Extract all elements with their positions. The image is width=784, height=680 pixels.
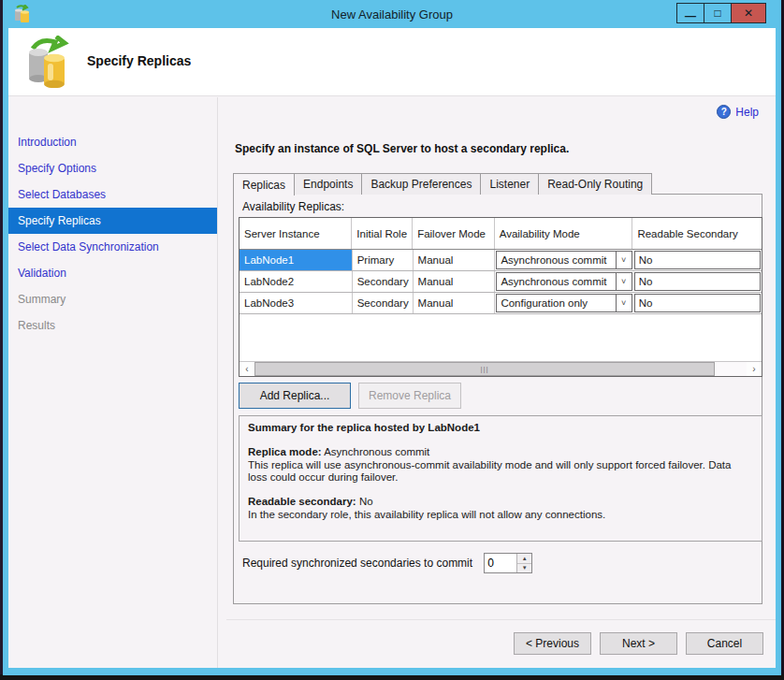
replica-mode-label: Replica mode:	[248, 446, 322, 457]
grid-row-labnode2[interactable]: LabNode2 Secondary Manual Asynchronous c…	[240, 271, 762, 293]
cell-initial-role: Secondary	[353, 271, 414, 292]
grid-header-row: Server Instance Initial Role Failover Mo…	[240, 218, 762, 250]
col-readable-secondary[interactable]: Readable Secondary	[632, 218, 762, 249]
grid-row-labnode1[interactable]: LabNode1 Primary Manual Asynchronous com…	[240, 250, 762, 271]
scroll-right-button[interactable]: ›	[747, 362, 762, 376]
minimize-icon: —	[685, 9, 696, 22]
cell-server[interactable]: LabNode2	[240, 271, 353, 292]
availability-replicas-grid: Server Instance Initial Role Failover Mo…	[239, 217, 762, 377]
next-button[interactable]: Next >	[600, 632, 677, 655]
maximize-button[interactable]: □	[704, 3, 731, 23]
required-secondaries-input[interactable]	[485, 554, 516, 572]
step-specify-options[interactable]: Specify Options	[8, 155, 217, 181]
window-title: New Availability Group	[3, 7, 781, 22]
help-link[interactable]: ? Help	[717, 105, 759, 119]
availability-mode-dropdown[interactable]: Configuration only ˅	[496, 294, 632, 312]
close-button[interactable]: ✕	[731, 3, 766, 23]
remove-replica-button: Remove Replica	[358, 383, 461, 409]
help-label: Help	[735, 106, 759, 119]
cell-failover-mode: Manual	[414, 293, 496, 313]
replica-summary-box: Summary for the replica hosted by LabNod…	[239, 415, 762, 542]
chevron-down-icon[interactable]: ˅	[616, 252, 632, 268]
grid-empty-area	[240, 314, 762, 362]
page-title: Specify Replicas	[87, 53, 191, 68]
required-secondaries-spinner[interactable]: ▲ ▼	[484, 553, 532, 573]
cell-failover-mode: Manual	[414, 250, 496, 270]
tab-read-only-routing[interactable]: Read-Only Routing	[538, 173, 652, 195]
step-introduction[interactable]: Introduction	[8, 129, 217, 155]
window-content: Specify Replicas Introduction Specify Op…	[8, 28, 776, 668]
cell-server[interactable]: LabNode1	[240, 250, 353, 270]
readable-secondary-dropdown[interactable]: No	[634, 294, 761, 312]
tab-endpoints[interactable]: Endpoints	[294, 173, 362, 195]
readable-secondary-dropdown[interactable]: No	[634, 272, 761, 291]
scroll-left-button[interactable]: ‹	[240, 362, 254, 376]
tab-replicas[interactable]: Replicas	[233, 173, 295, 195]
tab-listener[interactable]: Listener	[480, 173, 539, 195]
wizard-footer: < Previous Next > Cancel	[226, 619, 776, 668]
main-pane: ? Help Specify an instance of SQL Server…	[219, 97, 776, 668]
readable-secondary-dropdown[interactable]: No	[634, 251, 761, 269]
replicas-tab-page: Availability Replicas: Server Instance I…	[233, 194, 762, 604]
step-results: Results	[8, 312, 217, 339]
spin-up-icon[interactable]: ▲	[517, 554, 531, 564]
col-availability-mode[interactable]: Availability Mode	[495, 218, 633, 249]
readable-secondary-label: Readable secondary:	[248, 496, 356, 507]
step-select-databases[interactable]: Select Databases	[8, 181, 217, 208]
col-failover-mode[interactable]: Failover Mode	[413, 218, 495, 249]
cell-initial-role: Primary	[353, 250, 414, 270]
add-replica-button[interactable]: Add Replica...	[239, 383, 351, 409]
replica-mode-value: Asynchronous commit	[324, 446, 429, 457]
availability-replicas-label: Availability Replicas:	[242, 200, 344, 213]
tab-strip: Replicas Endpoints Backup Preferences Li…	[233, 173, 651, 195]
minimize-button[interactable]: —	[676, 3, 704, 23]
titlebar[interactable]: New Availability Group — □ ✕	[3, 0, 781, 28]
availability-mode-dropdown[interactable]: Asynchronous commit ˅	[496, 251, 632, 269]
close-icon: ✕	[744, 7, 753, 20]
cancel-button[interactable]: Cancel	[686, 632, 763, 655]
readable-secondary-value: No	[359, 496, 373, 507]
replica-databases-icon	[25, 36, 74, 88]
wizard-header: Specify Replicas	[8, 28, 776, 96]
cell-server[interactable]: LabNode3	[240, 293, 353, 313]
previous-button[interactable]: < Previous	[514, 632, 591, 655]
tab-backup-preferences[interactable]: Backup Preferences	[361, 173, 481, 195]
step-specify-replicas[interactable]: Specify Replicas	[8, 208, 217, 234]
cell-initial-role: Secondary	[353, 293, 414, 313]
spin-down-icon[interactable]: ▼	[517, 564, 531, 573]
col-initial-role[interactable]: Initial Role	[352, 218, 413, 249]
app-icon	[14, 5, 31, 23]
help-icon: ?	[717, 105, 731, 119]
readable-secondary-description: In the secondary role, this availability…	[248, 509, 744, 521]
summary-title: Summary for the replica hosted by LabNod…	[248, 422, 480, 433]
step-summary: Summary	[8, 286, 217, 312]
chevron-down-icon[interactable]: ˅	[616, 295, 632, 311]
new-availability-group-window: New Availability Group — □ ✕ Specify Rep…	[3, 0, 781, 675]
grid-row-labnode3[interactable]: LabNode3 Secondary Manual Configuration …	[240, 293, 762, 314]
step-validation[interactable]: Validation	[8, 260, 217, 286]
instruction-text: Specify an instance of SQL Server to hos…	[235, 142, 569, 155]
availability-mode-dropdown[interactable]: Asynchronous commit ˅	[496, 272, 632, 291]
cell-failover-mode: Manual	[414, 271, 496, 292]
maximize-icon: □	[714, 7, 720, 20]
required-secondaries-label: Required synchronized secondaries to com…	[242, 557, 472, 570]
horizontal-scrollbar[interactable]: ‹ ||| ›	[240, 361, 762, 376]
chevron-down-icon[interactable]: ˅	[616, 273, 632, 290]
col-server-instance[interactable]: Server Instance	[240, 218, 352, 249]
wizard-steps-sidebar: Introduction Specify Options Select Data…	[8, 97, 218, 668]
step-select-data-synchronization[interactable]: Select Data Synchronization	[8, 234, 217, 260]
scrollbar-thumb[interactable]: |||	[254, 362, 715, 376]
replica-mode-description: This replica will use asynchronous-commi…	[248, 459, 744, 484]
